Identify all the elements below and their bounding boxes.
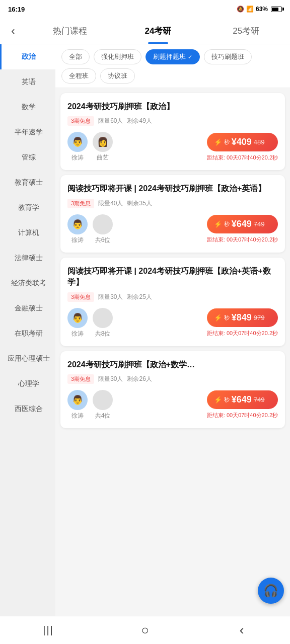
signal-icon: 📶 bbox=[246, 6, 254, 13]
price-sec-label-3: 秒 bbox=[224, 314, 230, 321]
filter-quancheng[interactable]: 全程班 bbox=[61, 68, 96, 84]
filter-shuati[interactable]: 刷题押题班 bbox=[146, 49, 200, 64]
course-card-4[interactable]: 2024考研技巧刷押班【政治+数学… 3期免息 限量30人 剩余26人 👨 徐涛… bbox=[60, 351, 285, 428]
nav-back-button[interactable]: ‹ bbox=[193, 616, 290, 644]
tag-limit-1: 限量60人 bbox=[98, 117, 123, 125]
support-button[interactable]: 🎧 bbox=[258, 578, 284, 604]
tag-free-4: 3期免息 bbox=[67, 374, 94, 384]
sidebar-item-yingyu[interactable]: 英语 bbox=[0, 69, 55, 95]
countdown-3: 距结束: 00天07时40分20.2秒 bbox=[207, 330, 278, 337]
avatar-xutao-3: 👨 bbox=[67, 308, 88, 328]
filter-jiqiao[interactable]: 技巧刷题班 bbox=[204, 49, 252, 64]
teacher-name-1b: 曲艺 bbox=[97, 153, 109, 162]
sidebar-item-xinlixue[interactable]: 心理学 bbox=[0, 371, 55, 396]
status-time: 16:19 bbox=[8, 6, 25, 13]
nav-tabs: 热门课程 24考研 25考研 bbox=[26, 18, 290, 44]
tag-free-3: 3期免息 bbox=[67, 292, 94, 302]
avatar-xutao-4: 👨 bbox=[67, 390, 88, 410]
price-original-4: 749 bbox=[254, 396, 265, 404]
teacher-name-2a: 徐涛 bbox=[71, 236, 84, 245]
teacher-group-4a: 👨 徐涛 bbox=[67, 390, 88, 420]
teacher-label-4: 共4位 bbox=[95, 412, 111, 420]
tag-limit-3: 限量30人 bbox=[98, 293, 123, 301]
course-title-1: 2024考研技巧刷押班【政治】 bbox=[67, 101, 278, 112]
main-layout: 政治 英语 数学 半年速学 管综 教育硕士 教育学 计算机 法律硕士 经济类联考 bbox=[0, 44, 290, 616]
countdown-1: 距结束: 00天07时40分20.2秒 bbox=[207, 154, 278, 162]
teacher-group-2b: 共6位 bbox=[93, 214, 113, 245]
tag-remaining-2: 剩余35人 bbox=[127, 199, 152, 208]
tag-remaining-4: 剩余26人 bbox=[127, 375, 152, 383]
course-tags-4: 3期免息 限量30人 剩余26人 bbox=[67, 374, 278, 384]
sidebar: 政治 英语 数学 半年速学 管综 教育硕士 教育学 计算机 法律硕士 经济类联考 bbox=[0, 44, 55, 616]
filter-all[interactable]: 全部 bbox=[61, 49, 90, 64]
sidebar-item-xinlishuoshi[interactable]: 应用心理硕士 bbox=[0, 346, 55, 371]
price-sec-label-1: 秒 bbox=[224, 138, 230, 146]
status-bar: 16:19 🔕 📶 63% bbox=[0, 0, 290, 18]
sidebar-item-guanzong[interactable]: 管综 bbox=[0, 145, 55, 170]
sidebar-item-xiyizhonghe[interactable]: 西医综合 bbox=[0, 396, 55, 422]
filter-row: 全部 强化刷押班 刷题押题班 技巧刷题班 全程班 协议班 bbox=[55, 44, 290, 88]
price-button-3[interactable]: ⚡ 秒 ¥849 979 bbox=[207, 308, 278, 327]
price-button-4[interactable]: ⚡ 秒 ¥649 749 bbox=[207, 390, 278, 409]
teacher-group-3a: 👨 徐涛 bbox=[67, 308, 88, 338]
tab-25[interactable]: 25考研 bbox=[202, 18, 290, 44]
back-button[interactable]: ‹ bbox=[0, 25, 26, 38]
tag-limit-4: 限量30人 bbox=[98, 375, 123, 383]
course-title-4: 2024考研技巧刷押班【政治+数学… bbox=[67, 359, 278, 370]
price-original-1: 489 bbox=[254, 138, 265, 146]
price-button-1[interactable]: ⚡ 秒 ¥409 489 bbox=[207, 133, 278, 151]
course-title-2: 阅读技巧即将开课 | 2024考研技巧刷押班【政治+英语】 bbox=[67, 183, 278, 194]
sidebar-item-banniansuxue[interactable]: 半年速学 bbox=[0, 120, 55, 145]
bottom-nav: ||| ○ ‹ bbox=[0, 616, 290, 644]
sidebar-item-jingjiliankao[interactable]: 经济类联考 bbox=[0, 271, 55, 296]
tag-free-1: 3期免息 bbox=[67, 116, 94, 126]
teacher-group-3b: 共8位 bbox=[93, 308, 113, 338]
sidebar-item-jisuanji[interactable]: 计算机 bbox=[0, 220, 55, 246]
sidebar-item-zaizhi[interactable]: 在职考研 bbox=[0, 321, 55, 346]
teacher-name-4a: 徐涛 bbox=[71, 412, 84, 420]
sidebar-item-jiaoyuxue[interactable]: 教育学 bbox=[0, 195, 55, 220]
tag-remaining-1: 剩余49人 bbox=[127, 117, 152, 125]
price-button-2[interactable]: ⚡ 秒 ¥649 749 bbox=[207, 215, 278, 233]
course-tags-3: 3期免息 限量30人 剩余25人 bbox=[67, 292, 278, 302]
sidebar-item-rongshuoshi[interactable]: 金融硕士 bbox=[0, 296, 55, 321]
teacher-name-1a: 徐涛 bbox=[71, 153, 84, 162]
price-current-4: ¥649 bbox=[232, 394, 252, 405]
nav-home-button[interactable]: ○ bbox=[97, 616, 193, 644]
sidebar-item-shuxue[interactable]: 数学 bbox=[0, 95, 55, 120]
avatar-others-2 bbox=[93, 214, 113, 234]
home-icon: ○ bbox=[141, 622, 149, 638]
course-bottom-3: 👨 徐涛 共8位 ⚡ 秒 ¥849 979 距结束: 00天0 bbox=[67, 308, 278, 338]
sidebar-item-jiaoyushuoshi[interactable]: 教育硕士 bbox=[0, 170, 55, 195]
filter-qianghua[interactable]: 强化刷押班 bbox=[94, 49, 141, 64]
lightning-icon-4: ⚡ bbox=[214, 396, 222, 404]
teachers-4: 👨 徐涛 共4位 bbox=[67, 390, 116, 420]
countdown-4: 距结束: 00天07时40分20.2秒 bbox=[207, 412, 278, 419]
price-sec-label-2: 秒 bbox=[224, 220, 230, 228]
price-block-2: ⚡ 秒 ¥649 749 距结束: 00天07时40分20.2秒 bbox=[207, 215, 278, 244]
filter-xieyi[interactable]: 协议班 bbox=[100, 68, 135, 84]
menu-icon: ||| bbox=[43, 624, 54, 636]
nav-menu-button[interactable]: ||| bbox=[0, 616, 97, 644]
countdown-2: 距结束: 00天07时40分20.2秒 bbox=[207, 236, 278, 244]
notification-icon: 🔕 bbox=[237, 6, 244, 13]
teacher-group-1b: 👩 曲艺 bbox=[93, 132, 113, 162]
teacher-label-2: 共6位 bbox=[95, 236, 111, 245]
nav-header: ‹ 热门课程 24考研 25考研 bbox=[0, 18, 290, 44]
tab-hot[interactable]: 热门课程 bbox=[26, 18, 114, 44]
sidebar-item-zhengzhi[interactable]: 政治 bbox=[0, 44, 55, 69]
back-icon: ‹ bbox=[240, 622, 244, 638]
lightning-icon-3: ⚡ bbox=[214, 314, 222, 321]
price-original-3: 979 bbox=[254, 314, 265, 321]
course-card-3[interactable]: 阅读技巧即将开课 | 2024考研技巧刷押班【政治+英语+数学】 3期免息 限量… bbox=[60, 258, 285, 346]
course-card-1[interactable]: 2024考研技巧刷押班【政治】 3期免息 限量60人 剩余49人 👨 徐涛 👩 … bbox=[60, 93, 285, 170]
course-card-2[interactable]: 阅读技巧即将开课 | 2024考研技巧刷押班【政治+英语】 3期免息 限量40人… bbox=[60, 175, 285, 252]
teachers-2: 👨 徐涛 共6位 bbox=[67, 214, 116, 245]
sidebar-item-falvshuoshi[interactable]: 法律硕士 bbox=[0, 246, 55, 271]
price-sec-label-4: 秒 bbox=[224, 396, 230, 404]
tab-24[interactable]: 24考研 bbox=[114, 18, 202, 44]
battery-percent: 63% bbox=[256, 6, 268, 13]
course-bottom-2: 👨 徐涛 共6位 ⚡ 秒 ¥649 749 距结束: 00天0 bbox=[67, 214, 278, 245]
teacher-label-3: 共8位 bbox=[95, 330, 111, 338]
lightning-icon-2: ⚡ bbox=[214, 220, 222, 228]
